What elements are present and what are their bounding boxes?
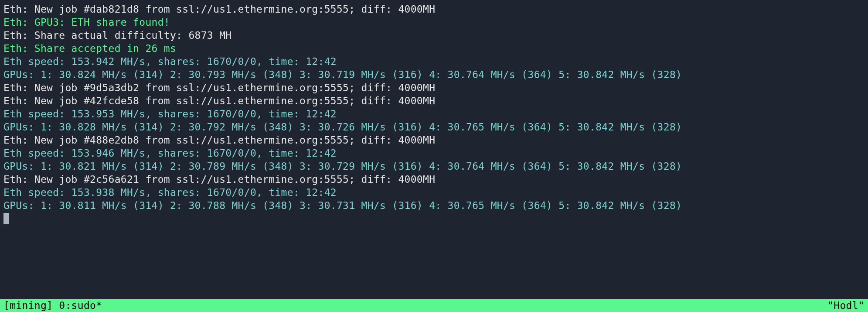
statusbar-session: [mining] 0:sudo* [3,299,102,312]
terminal-line: Eth: New job #9d5a3db2 from ssl://us1.et… [3,81,865,94]
terminal-line: Eth: Share accepted in 26 ms [3,42,865,55]
cursor-icon [3,213,9,224]
terminal-line: Eth speed: 153.938 MH/s, shares: 1670/0/… [3,186,865,199]
terminal-line: Eth: New job #488e2db8 from ssl://us1.et… [3,134,865,147]
terminal-line: GPUs: 1: 30.828 MH/s (314) 2: 30.792 MH/… [3,120,865,134]
terminal-line: Eth: New job #dab821d8 from ssl://us1.et… [3,3,865,16]
terminal-line: GPUs: 1: 30.821 MH/s (314) 2: 30.789 MH/… [3,160,865,173]
terminal-line: GPUs: 1: 30.824 MH/s (314) 2: 30.793 MH/… [3,68,865,81]
terminal-line: Eth: GPU3: ETH share found! [3,16,865,29]
terminal-line: Eth: New job #42fcde58 from ssl://us1.et… [3,94,865,107]
terminal-cursor-line [3,212,865,225]
terminal-line: GPUs: 1: 30.811 MH/s (314) 2: 30.788 MH/… [3,199,865,212]
statusbar-hostname: "Hodl" [827,299,865,312]
terminal-line: Eth: Share actual difficulty: 6873 MH [3,29,865,42]
terminal-line: Eth speed: 153.946 MH/s, shares: 1670/0/… [3,147,865,160]
tmux-statusbar: [mining] 0:sudo* "Hodl" [0,299,868,312]
terminal-line: Eth speed: 153.953 MH/s, shares: 1670/0/… [3,107,865,120]
terminal-line: Eth speed: 153.942 MH/s, shares: 1670/0/… [3,55,865,68]
terminal-output[interactable]: Eth: New job #dab821d8 from ssl://us1.et… [0,0,868,225]
terminal-line: Eth: New job #2c56a621 from ssl://us1.et… [3,173,865,186]
